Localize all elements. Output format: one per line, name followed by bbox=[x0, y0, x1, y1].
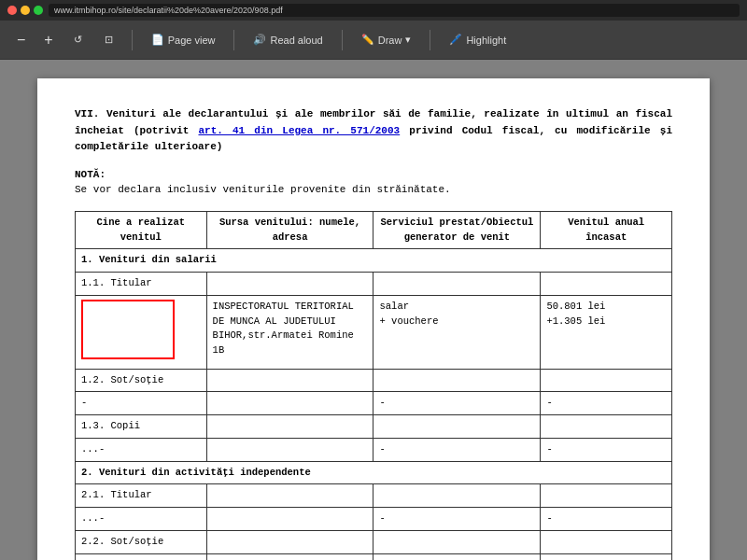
page-view-button[interactable]: 📄 Page view bbox=[144, 30, 223, 49]
section-salarii: 1. Venituri din salarii bbox=[76, 249, 672, 273]
cell-dash: - bbox=[374, 553, 541, 560]
sub-header-2-titular: 2.1. Titular bbox=[76, 484, 207, 508]
read-aloud-label: Read aloud bbox=[270, 35, 322, 46]
highlight-label: Highlight bbox=[466, 35, 506, 46]
section-activitati: 2. Venituri din activități independente bbox=[76, 461, 672, 484]
col-header-income: Venitul anual încasat bbox=[541, 211, 672, 249]
cell-dotdash: ...- bbox=[76, 508, 207, 531]
highlight-icon: 🖊️ bbox=[449, 34, 462, 46]
sub-header-copii: 1.3. Copii bbox=[76, 415, 207, 439]
sub-header-titular: 1.1. Titular bbox=[76, 273, 207, 296]
cell-empty bbox=[374, 530, 541, 553]
minimize-dot bbox=[21, 6, 30, 15]
cell-service-salar: salar+ vouchere bbox=[374, 295, 541, 369]
close-dot bbox=[7, 6, 17, 15]
draw-icon: ✏️ bbox=[361, 34, 374, 46]
fit-icon: ⊡ bbox=[105, 34, 113, 46]
cell-dash: - bbox=[541, 438, 672, 461]
table-row: 2.2. Sot/soție bbox=[76, 530, 672, 553]
col-header-service: Serviciul prestat/Obiectul generator de … bbox=[374, 211, 541, 249]
cell-dotdash: ...- bbox=[76, 553, 207, 560]
col-header-who: Cine a realizat venitul bbox=[76, 211, 207, 249]
section-heading: VII. Venituri ale declarantului și ale m… bbox=[75, 106, 672, 156]
separator-1 bbox=[132, 30, 133, 50]
separator-3 bbox=[342, 30, 343, 50]
zoom-in-button[interactable]: + bbox=[38, 30, 58, 50]
cell-empty bbox=[374, 369, 541, 392]
table-row: ...- - - bbox=[76, 553, 672, 560]
table-header-row: Cine a realizat venitul Sursa venitului:… bbox=[76, 211, 672, 249]
cell-income-50801: 50.801 lei+1.305 lei bbox=[541, 295, 672, 369]
maximize-dot bbox=[34, 6, 43, 15]
sub-header-2-sot: 2.2. Sot/soție bbox=[76, 530, 207, 553]
income-table: Cine a realizat venitul Sursa venitului:… bbox=[75, 211, 672, 560]
cell-empty bbox=[206, 508, 374, 531]
pdf-toolbar: − + ↺ ⊡ 📄 Page view 🔊 Read aloud ✏️ Draw… bbox=[0, 21, 747, 60]
table-row: ...- - - bbox=[76, 508, 672, 531]
cell-dash: - bbox=[374, 508, 541, 531]
url-text: www.itmbihор.ro/site/declaratii%20de%20a… bbox=[54, 6, 283, 15]
cell-empty bbox=[374, 415, 541, 439]
page-view-icon: 📄 bbox=[151, 34, 164, 46]
cell-empty bbox=[541, 369, 672, 392]
table-row: 2.1. Titular bbox=[76, 484, 672, 508]
cell-empty bbox=[541, 273, 672, 296]
cell-dash: - bbox=[374, 392, 541, 415]
page-view-label: Page view bbox=[168, 35, 216, 46]
cell-dash: - bbox=[541, 508, 672, 531]
table-row: 1.2. Sot/soție bbox=[76, 369, 672, 392]
table-row: 1.1. Titular bbox=[76, 273, 672, 296]
cell-dotdash: ...- bbox=[76, 438, 207, 461]
pdf-content-area: VII. Venituri ale declarantului și ale m… bbox=[0, 60, 747, 560]
cell-empty bbox=[541, 530, 672, 553]
draw-label: Draw bbox=[378, 35, 402, 46]
table-row: 1. Venituri din salarii bbox=[76, 249, 672, 273]
red-highlight-box bbox=[81, 300, 175, 359]
read-aloud-button[interactable]: 🔊 Read aloud bbox=[246, 30, 330, 49]
cell-empty bbox=[206, 530, 374, 553]
cell-empty bbox=[206, 438, 374, 461]
highlight-button[interactable]: 🖊️ Highlight bbox=[442, 30, 514, 49]
cell-dash: - bbox=[541, 392, 672, 415]
section-law-link[interactable]: art. 41 din Legea nr. 571/2003 bbox=[198, 125, 400, 136]
pdf-page: VII. Venituri ale declarantului și ale m… bbox=[37, 78, 710, 560]
note-section: NOTĂ: Se vor declara inclusiv veniturile… bbox=[75, 167, 672, 198]
fit-button[interactable]: ⊡ bbox=[97, 30, 120, 49]
red-box-cell bbox=[76, 295, 207, 369]
cell-empty bbox=[206, 553, 374, 560]
browser-bar: www.itmbihор.ro/site/declaratii%20de%20a… bbox=[0, 0, 747, 21]
cell-empty bbox=[206, 369, 374, 392]
cell-empty bbox=[206, 273, 374, 296]
cell-empty bbox=[206, 392, 374, 415]
zoom-out-button[interactable]: − bbox=[11, 30, 31, 50]
cell-dash: - bbox=[76, 392, 207, 415]
table-row: 2. Venituri din activități independente bbox=[76, 461, 672, 484]
col-header-source: Sursa venitului: numele, adresa bbox=[206, 211, 374, 249]
table-row: ...- - - bbox=[76, 438, 672, 461]
rotate-icon: ↺ bbox=[74, 34, 82, 46]
cell-empty bbox=[206, 484, 374, 508]
url-bar[interactable]: www.itmbihор.ro/site/declaratii%20de%20a… bbox=[49, 4, 740, 17]
cell-empty bbox=[541, 484, 672, 508]
separator-2 bbox=[233, 30, 234, 50]
sub-header-sot: 1.2. Sot/soție bbox=[76, 369, 207, 392]
cell-empty bbox=[374, 484, 541, 508]
rotate-button[interactable]: ↺ bbox=[66, 30, 90, 49]
cell-source-inspectoratul: INSPECTORATUL TERITORIAL DE MUNCA AL JUD… bbox=[206, 295, 374, 369]
cell-empty bbox=[374, 273, 541, 296]
table-row: - - - bbox=[76, 392, 672, 415]
note-label: NOTĂ: bbox=[75, 169, 106, 180]
separator-4 bbox=[430, 30, 430, 50]
cell-dash: - bbox=[541, 553, 672, 560]
cell-empty bbox=[206, 415, 374, 439]
table-row: 1.3. Copii bbox=[76, 415, 672, 439]
table-row: INSPECTORATUL TERITORIAL DE MUNCA AL JUD… bbox=[76, 295, 672, 369]
draw-button[interactable]: ✏️ Draw ▾ bbox=[354, 30, 419, 49]
window-controls bbox=[7, 6, 43, 15]
cell-dash: - bbox=[374, 438, 541, 461]
note-text: Se vor declara inclusiv veniturile prove… bbox=[75, 184, 451, 195]
read-aloud-icon: 🔊 bbox=[253, 34, 266, 46]
cell-empty bbox=[541, 415, 672, 439]
draw-chevron-icon: ▾ bbox=[405, 34, 411, 46]
